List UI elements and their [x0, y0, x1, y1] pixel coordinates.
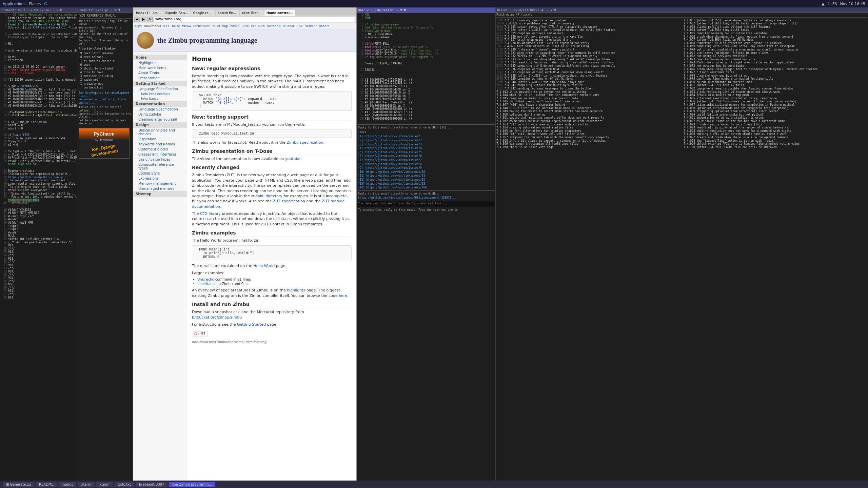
gplus-widget[interactable]: G+ 57: [192, 331, 208, 337]
mid-left-vim-content[interactable]: VIM REFERENCE MANUAL This is a veeeery l…: [78, 13, 133, 483]
bookmark-bookmarks[interactable]: Bookmarks: [144, 24, 161, 28]
examples-details: The details are explained on the Hello W…: [192, 263, 352, 268]
mid-right-vim-titlebar: main.c (~vim/7a/src) - VIM: [357, 7, 495, 13]
inheritance-item: Inheritance in Zimbu and C++: [197, 282, 352, 286]
section-examples-title: Zimbu examples: [192, 230, 352, 237]
taskbar-todo[interactable]: todo.txt: [114, 482, 134, 487]
browse-code-link[interactable]: here: [339, 293, 347, 298]
bookmark-meteoblu[interactable]: meteoblu: [267, 24, 281, 28]
taskbar-zimbu[interactable]: the Zimbu programm...: [169, 482, 215, 487]
mid-right-vim-panel: main.c (~vim/7a/src) - VIM 1NIL 2TRUE 3/…: [357, 7, 496, 488]
nav-section-sitemap[interactable]: Sitemap: [133, 191, 187, 197]
nav-composite-ref-types[interactable]: Composite reference types: [133, 162, 187, 171]
bookmark-techcrunch[interactable]: techcrunch: [193, 24, 210, 28]
nav-inheritance-example[interactable]: Inheritance: [133, 96, 187, 101]
nav-section-home[interactable]: Home: [133, 55, 187, 60]
nav-language-spec-doc[interactable]: Language Specification: [133, 107, 187, 112]
testing-code-block: zimbu test MyModule_test.zu: [192, 129, 352, 138]
system-bar: Applications Places G ▲ ♪ EN Nov 10 16:4…: [0, 0, 868, 7]
bookmark-tagi[interactable]: tagi: [222, 24, 228, 28]
browser-tab-xkcd[interactable]: xkcd: Brand Id...: [240, 10, 264, 16]
unix-echo-link[interactable]: Unix echo: [197, 278, 214, 281]
taskbar-generate[interactable]: ⊞ Generate.zu: [3, 482, 34, 487]
youtube-link[interactable]: youtube: [285, 157, 300, 161]
zut-spec-link[interactable]: ZUT specification: [273, 199, 305, 203]
bookmark-heise[interactable]: heise: [172, 24, 180, 28]
nav-design-principles[interactable]: Design principles and choices: [133, 128, 187, 137]
nav-memory-management[interactable]: Memory management: [133, 181, 187, 186]
nav-using-zudoku[interactable]: Using zudoku: [133, 112, 187, 117]
right-vim-content[interactable]: Patch notes (7.4.xxx): 27187.4.021 cover…: [496, 13, 868, 483]
section-regex-body: Pattern matching is now possible with th…: [192, 74, 352, 89]
nav-language-specification-gs[interactable]: Language Specification: [133, 86, 187, 92]
browser-tab-inbox[interactable]: Inbox (1) - bra...: [134, 10, 163, 16]
testing-js-note: This also works for Javascript. Read abo…: [192, 140, 352, 145]
zut-module-link[interactable]: ZUT module documentation: [192, 199, 344, 208]
nav-expressions[interactable]: Expressions: [133, 176, 187, 181]
nav-highlights[interactable]: Highlights: [133, 60, 187, 65]
inheritance-link[interactable]: Inheritance: [197, 282, 217, 286]
taskbar-xterm-2[interactable]: xterm: [96, 482, 113, 487]
bookmark-iccf[interactable]: ICCF: [163, 24, 170, 28]
bookmark-nu[interactable]: nu.nl: [212, 24, 220, 28]
nav-main-work-items[interactable]: Main work items: [133, 65, 187, 70]
bookmark-robert[interactable]: Robert: [319, 24, 329, 28]
nav-basic-value-types[interactable]: Basic / value types: [133, 157, 187, 162]
browser-tab-search[interactable]: Search Results...: [216, 10, 239, 16]
highlights-link[interactable]: highlights: [287, 288, 305, 292]
bookmark-rradar[interactable]: RRadar: [283, 24, 295, 28]
bookmark-eat[interactable]: eat: [251, 24, 256, 28]
g-icon[interactable]: G: [44, 2, 47, 6]
zimbu-page-title: Home: [192, 55, 352, 62]
zimbu-main-content: Home New: regular expressions Pattern ma…: [187, 52, 356, 488]
zimbu-nav-sidebar: Home Highlights Main work items About Zi…: [133, 52, 187, 488]
nav-classes-interfaces[interactable]: Classes and Interfaces: [133, 152, 187, 157]
nav-section-getting-started[interactable]: Getting Started: [133, 81, 187, 86]
bookmark-apps[interactable]: Apps: [134, 24, 142, 28]
bookmark-blick[interactable]: Blick: [242, 24, 249, 28]
ctx-link[interactable]: CTX library: [200, 211, 221, 216]
left-vim-content[interactable]: 1-- 35 lines: Received: from maska.moole…: [0, 13, 78, 483]
browser-tab-expedia[interactable]: Expedia-Reise...: [163, 10, 191, 16]
nav-cleaning[interactable]: Cleaning after yourself: [133, 117, 187, 122]
nav-about-zimbu[interactable]: About Zimbu: [133, 70, 187, 76]
section-install-title: Install and run Zimbu: [192, 302, 352, 308]
nav-statement-blocks[interactable]: Statement blocks: [133, 147, 187, 152]
bookmark-webw[interactable]: Webw: [182, 24, 191, 28]
address-bar[interactable]: www.zimbu.org: [154, 17, 355, 22]
taskbar-readme[interactable]: README: [36, 482, 57, 487]
nav-coding-style[interactable]: Coding Style: [133, 171, 187, 176]
right-vim-titlebar: README (~/vim/patches/7.4) - VIM: [496, 7, 868, 13]
zudoku-link[interactable]: zudoku directory: [251, 194, 282, 198]
mid-right-vim-content[interactable]: 1NIL 2TRUE 3/* define scope-pName 4 add …: [357, 13, 495, 483]
refresh-button[interactable]: ↻: [147, 17, 153, 22]
forward-button[interactable]: ▶: [141, 17, 146, 22]
zimbu-spec-link[interactable]: Zimbu specification: [287, 140, 323, 145]
nav-presentation[interactable]: Presentation: [133, 76, 187, 81]
browser-tab-google[interactable]: Google.com-C...: [191, 10, 215, 16]
nav-section-documentation[interactable]: Documentation: [133, 101, 187, 107]
getting-started-link[interactable]: Getting Started: [237, 322, 266, 327]
bookmark-cc[interactable]: C&C: [296, 24, 303, 28]
regex-code-block: SWITCH text MATCH '[A-Z][a-z]+]': capwor…: [192, 91, 352, 111]
taskbar-main-c[interactable]: main.c: [58, 482, 77, 487]
taskbar-brabandt[interactable]: brabandt.0007: [136, 482, 167, 487]
taskbar-xterm-1[interactable]: xterm: [78, 482, 95, 487]
browser-tab-zimbu[interactable]: Home controlle...: [264, 10, 295, 16]
nav-section-design[interactable]: Design: [133, 122, 187, 128]
back-button[interactable]: ◀: [134, 17, 140, 22]
bitbucket-link[interactable]: bitbucket.org/zimbu/zimbu: [192, 315, 242, 320]
bookmark-20min[interactable]: 20min: [230, 24, 239, 28]
nav-inspiration[interactable]: Inspiration: [133, 137, 187, 142]
right-vim-panel: README (~/vim/patches/7.4) - VIM Patch n…: [496, 7, 868, 488]
nav-unix-echo[interactable]: Unix echo example: [133, 92, 187, 96]
clock: Nov 10 16:45: [840, 2, 865, 6]
places-menu[interactable]: Places: [29, 2, 41, 6]
bookmark-verkehr[interactable]: Verkehr: [305, 24, 317, 28]
browser-column: Inbox (1) - bra... Expedia-Reise... Goog…: [133, 7, 357, 488]
bookmark-euro[interactable]: euro: [258, 24, 265, 28]
nav-unmanaged-memory[interactable]: Unmanaged memory: [133, 186, 187, 191]
nav-keywords-and-names[interactable]: Keywords and Names: [133, 142, 187, 147]
applications-menu[interactable]: Applications: [3, 2, 25, 6]
hello-world-link[interactable]: Hello World: [253, 264, 275, 268]
